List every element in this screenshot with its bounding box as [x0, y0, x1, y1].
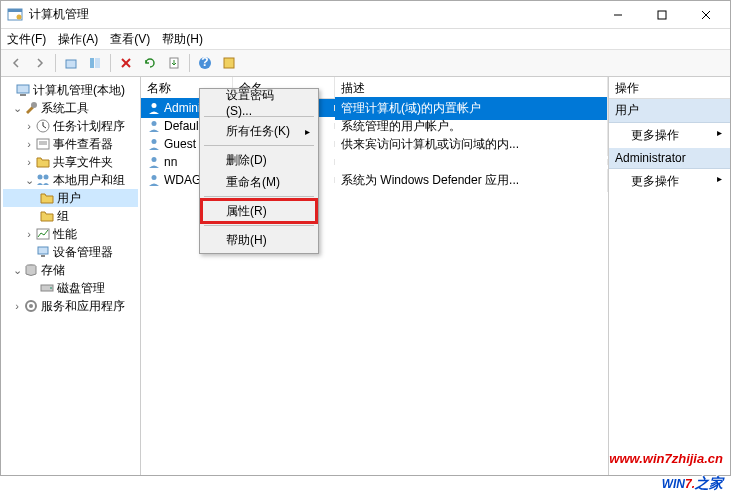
- svg-rect-8: [90, 58, 94, 68]
- svg-point-24: [44, 175, 49, 180]
- menubar: 文件(F) 操作(A) 查看(V) 帮助(H): [1, 29, 730, 49]
- svg-point-33: [152, 103, 157, 108]
- svg-rect-26: [38, 247, 48, 254]
- svg-point-36: [152, 157, 157, 162]
- svg-rect-4: [658, 11, 666, 19]
- event-icon: [35, 136, 51, 152]
- props-button[interactable]: [218, 52, 240, 74]
- ctx-all-tasks[interactable]: 所有任务(K)▸: [202, 120, 316, 142]
- tree-event-viewer[interactable]: 事件查看器: [53, 136, 113, 153]
- svg-point-18: [31, 102, 37, 108]
- tree-shared-folders[interactable]: 共享文件夹: [53, 154, 113, 171]
- tree-groups[interactable]: 组: [57, 208, 69, 225]
- toolbar: ?: [1, 49, 730, 77]
- tree-root[interactable]: 计算机管理(本地): [33, 82, 125, 99]
- export-button[interactable]: [163, 52, 185, 74]
- up-button[interactable]: [60, 52, 82, 74]
- users-icon: [35, 172, 51, 188]
- actions-header: 操作: [609, 77, 730, 99]
- expand-icon[interactable]: ⌄: [11, 264, 23, 277]
- svg-point-37: [152, 175, 157, 180]
- svg-rect-15: [224, 58, 234, 68]
- show-hide-button[interactable]: [84, 52, 106, 74]
- storage-icon: [23, 262, 39, 278]
- minimize-button[interactable]: [596, 1, 640, 29]
- tree-performance[interactable]: 性能: [53, 226, 77, 243]
- clock-icon: [35, 118, 51, 134]
- tools-icon: [23, 100, 39, 116]
- watermark-url: www.win7zhijia.cn: [609, 451, 723, 466]
- ctx-delete[interactable]: 删除(D): [202, 149, 316, 171]
- svg-point-35: [152, 139, 157, 144]
- svg-rect-27: [41, 255, 45, 257]
- actions-group-users: 用户: [609, 99, 730, 123]
- expand-icon[interactable]: ⌄: [11, 102, 23, 115]
- computer-icon: [15, 82, 31, 98]
- context-menu: 设置密码(S)... 所有任务(K)▸ 删除(D) 重命名(M) 属性(R) 帮…: [199, 88, 319, 254]
- user-icon: [147, 155, 161, 169]
- submenu-arrow-icon: ▸: [305, 126, 310, 137]
- user-icon: [147, 137, 161, 151]
- svg-rect-1: [8, 9, 22, 12]
- svg-point-34: [152, 121, 157, 126]
- expand-icon[interactable]: ›: [23, 120, 35, 132]
- folder-icon: [39, 190, 55, 206]
- ctx-properties[interactable]: 属性(R): [202, 200, 316, 222]
- tree-services-apps[interactable]: 服务和应用程序: [41, 298, 125, 315]
- svg-rect-17: [20, 94, 26, 96]
- tree-system-tools[interactable]: 系统工具: [41, 100, 89, 117]
- user-icon: [147, 173, 161, 187]
- ctx-rename[interactable]: 重命名(M): [202, 171, 316, 193]
- expand-icon[interactable]: ›: [23, 156, 35, 168]
- disk-icon: [39, 280, 55, 296]
- svg-text:?: ?: [201, 56, 208, 69]
- perf-icon: [35, 226, 51, 242]
- user-icon: [147, 119, 161, 133]
- delete-button[interactable]: [115, 52, 137, 74]
- device-icon: [35, 244, 51, 260]
- expand-icon[interactable]: ⌄: [23, 174, 35, 187]
- svg-rect-16: [17, 85, 29, 93]
- back-button[interactable]: [5, 52, 27, 74]
- actions-more-2[interactable]: 更多操作 ▸: [609, 169, 730, 194]
- expand-icon[interactable]: ›: [23, 228, 35, 240]
- app-icon: [7, 7, 23, 23]
- svg-point-23: [38, 175, 43, 180]
- window-title: 计算机管理: [29, 6, 596, 23]
- nav-tree[interactable]: 计算机管理(本地) ⌄系统工具 ›任务计划程序 ›事件查看器 ›共享文件夹 ⌄本…: [1, 77, 141, 475]
- tree-users[interactable]: 用户: [57, 190, 81, 207]
- menu-file[interactable]: 文件(F): [7, 31, 46, 48]
- svg-rect-7: [66, 60, 76, 68]
- svg-point-2: [17, 14, 22, 19]
- user-icon: [147, 101, 161, 115]
- col-description[interactable]: 描述: [335, 77, 608, 98]
- help-button[interactable]: ?: [194, 52, 216, 74]
- svg-point-30: [50, 287, 52, 289]
- titlebar: 计算机管理: [1, 1, 730, 29]
- tree-device-manager[interactable]: 设备管理器: [53, 244, 113, 261]
- maximize-button[interactable]: [640, 1, 684, 29]
- actions-group-admin: Administrator: [609, 148, 730, 169]
- menu-action[interactable]: 操作(A): [58, 31, 98, 48]
- actions-more-1[interactable]: 更多操作 ▸: [609, 123, 730, 148]
- services-icon: [23, 298, 39, 314]
- folder-icon: [39, 208, 55, 224]
- tree-storage[interactable]: 存储: [41, 262, 65, 279]
- folder-icon: [35, 154, 51, 170]
- expand-icon[interactable]: ›: [23, 138, 35, 150]
- forward-button[interactable]: [29, 52, 51, 74]
- ctx-help[interactable]: 帮助(H): [202, 229, 316, 251]
- tree-disk-mgmt[interactable]: 磁盘管理: [57, 280, 105, 297]
- refresh-button[interactable]: [139, 52, 161, 74]
- actions-pane: 操作 用户 更多操作 ▸ Administrator 更多操作 ▸: [608, 77, 730, 475]
- close-button[interactable]: [684, 1, 728, 29]
- expand-icon[interactable]: ›: [11, 300, 23, 312]
- svg-point-32: [29, 304, 33, 308]
- ctx-set-password[interactable]: 设置密码(S)...: [202, 91, 316, 113]
- watermark-logo: WIN7.之家: [609, 466, 723, 494]
- tree-task-scheduler[interactable]: 任务计划程序: [53, 118, 125, 135]
- menu-view[interactable]: 查看(V): [110, 31, 150, 48]
- svg-rect-9: [95, 58, 100, 68]
- tree-local-users-groups[interactable]: 本地用户和组: [53, 172, 125, 189]
- menu-help[interactable]: 帮助(H): [162, 31, 203, 48]
